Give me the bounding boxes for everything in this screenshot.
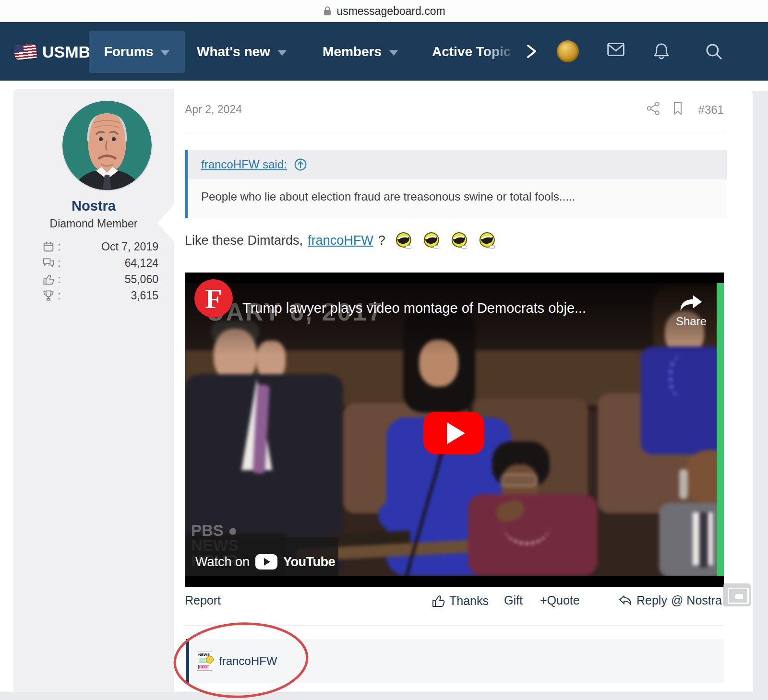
share-arrow-icon: [680, 295, 703, 312]
stat-reaction-score: : 55,060: [42, 271, 158, 287]
message-pointer: [157, 205, 174, 241]
bell-icon[interactable]: [653, 42, 670, 60]
stat-messages: : 64,124: [42, 255, 158, 271]
title-gradient: [185, 283, 724, 355]
bookmark-icon[interactable]: [671, 101, 684, 116]
watch-on-label: Watch on: [195, 555, 250, 569]
next-post-quote-header[interactable]: NEWS FAKE francoHFW: [189, 639, 724, 683]
thread-content-card: Nostra Diamond Member : Oct 7, 2019 : 64…: [0, 89, 753, 692]
chevron-down-icon: [389, 50, 398, 56]
search-icon[interactable]: [705, 42, 723, 60]
stat-trophy-points: : 3,615: [42, 287, 158, 304]
youtube-label: YouTube: [283, 555, 335, 569]
chevron-down-icon: [278, 50, 287, 56]
trophy-icon: [42, 289, 57, 302]
stat-reaction-value: 55,060: [60, 273, 158, 286]
stat-joined-value: Oct 7, 2019: [60, 240, 158, 253]
reply-arrow-icon: [618, 594, 633, 607]
post-date[interactable]: Apr 2, 2024: [185, 103, 242, 116]
post-author-name[interactable]: Nostra: [13, 198, 174, 214]
reply-button[interactable]: Reply: [618, 593, 667, 607]
quote-button[interactable]: +Quote: [540, 593, 580, 607]
letterbox-top: [185, 273, 724, 283]
nav-user-avatar[interactable]: [557, 40, 579, 62]
thanks-button[interactable]: Thanks: [431, 593, 489, 608]
gift-button[interactable]: Gift: [504, 593, 523, 607]
video-frame: UARY 6, 2017 Trump lawyer plays video mo…: [185, 283, 724, 576]
stat-trophy-value: 3,615: [60, 289, 158, 302]
lol-emoji: [450, 231, 469, 250]
page-bg-bottom: [0, 692, 768, 700]
lol-emoji: [422, 231, 441, 250]
share-label: Share: [667, 315, 715, 328]
quoted-message: francoHFW said: People who lie about ele…: [185, 150, 727, 218]
divider: [185, 625, 724, 626]
nav-tab-active-topics[interactable]: Active Topic: [432, 31, 523, 73]
page-bg-right: [753, 92, 768, 700]
browser-address-bar[interactable]: usmessageboard.com: [0, 0, 768, 22]
url-text: usmessageboard.com: [336, 5, 445, 18]
next-quote-author-link[interactable]: francoHFW: [219, 654, 277, 668]
avatar[interactable]: [62, 101, 152, 190]
nav-tab-members-label: Members: [323, 44, 382, 59]
play-icon: [447, 422, 465, 444]
post-author-rank: Diamond Member: [13, 217, 174, 230]
quote-author-link[interactable]: francoHFW said:: [201, 158, 287, 171]
post-text-suffix: ?: [378, 233, 385, 248]
pip-button[interactable]: [723, 583, 751, 606]
watch-on-youtube-button[interactable]: Watch on YouTube: [185, 537, 338, 576]
play-button[interactable]: [423, 412, 484, 454]
nav-tab-whats-new[interactable]: What's new: [197, 31, 287, 73]
fake-news-icon: NEWS FAKE: [197, 652, 212, 671]
mention-link[interactable]: francoHFW: [308, 233, 373, 248]
mention-author-button[interactable]: @ Nostra: [671, 593, 722, 607]
stat-joined: : Oct 7, 2019: [42, 238, 158, 255]
nav-tab-forums-label: Forums: [104, 44, 154, 59]
share-icon[interactable]: [646, 101, 660, 116]
report-button[interactable]: Report: [185, 593, 221, 607]
messages-icon: [42, 257, 57, 269]
nav-tab-active-topics-label: Active Topic: [432, 44, 511, 59]
thumbs-up-icon: [431, 593, 445, 608]
letterbox-bottom: [185, 576, 724, 587]
post-body: Like these Dimtards, francoHFW ?: [185, 229, 724, 252]
stat-messages-value: 64,124: [60, 257, 158, 270]
video-edge-artifact: [717, 283, 724, 576]
post-number[interactable]: #361: [691, 103, 724, 117]
post-action-bar: Report Thanks Gift +Quote Reply @ Nostra: [185, 593, 724, 611]
nav-tab-whats-new-label: What's new: [197, 44, 270, 59]
mail-icon[interactable]: [606, 42, 625, 57]
nav-tab-members[interactable]: Members: [323, 31, 398, 73]
nav-scroll-chevron-icon[interactable]: [526, 44, 538, 59]
flag-icon: [14, 44, 37, 60]
chevron-down-icon: [161, 50, 169, 56]
nav-tab-forums[interactable]: Forums: [89, 31, 185, 73]
post-user-panel: Nostra Diamond Member : Oct 7, 2019 : 64…: [13, 89, 174, 692]
video-share-button[interactable]: Share: [667, 295, 715, 328]
video-title-link[interactable]: Trump lawyer plays video montage of Demo…: [242, 300, 665, 316]
lock-icon: [323, 6, 332, 16]
channel-logo[interactable]: F: [194, 279, 233, 318]
lol-emoji: [478, 231, 497, 250]
post-text: Like these Dimtards,: [185, 233, 303, 248]
quote-text: People who lie about election fraud are …: [188, 179, 727, 203]
brand-text: USMB: [42, 43, 90, 61]
calendar-icon: [42, 240, 57, 253]
site-logo[interactable]: USMB: [14, 31, 90, 73]
quote-header: francoHFW said:: [188, 150, 727, 179]
youtube-embed: UARY 6, 2017 Trump lawyer plays video mo…: [185, 273, 724, 587]
thumbs-up-icon: [42, 273, 57, 285]
lol-emoji: [394, 231, 413, 250]
expand-quote-icon[interactable]: [294, 158, 307, 171]
divider: [185, 133, 724, 133]
youtube-logo-icon: [255, 554, 277, 569]
